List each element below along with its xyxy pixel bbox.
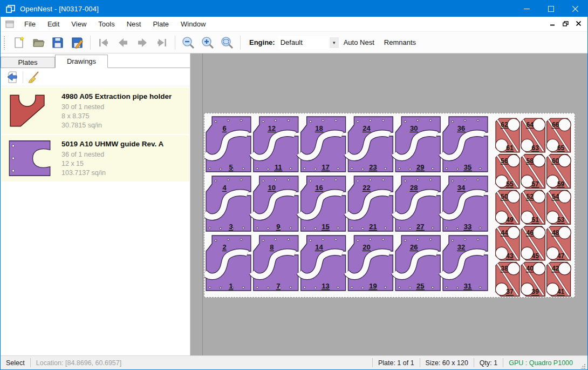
part-number: 37 xyxy=(506,288,514,295)
return-part-button[interactable] xyxy=(5,70,20,85)
part-number: 61 xyxy=(506,144,514,152)
part-number: 26 xyxy=(410,243,418,251)
purple-part-pair[interactable]: 3635 xyxy=(441,117,488,172)
minimize-button[interactable] xyxy=(515,1,539,17)
nav-last-button[interactable] xyxy=(154,35,170,51)
auto-nest-button[interactable]: Auto Nest xyxy=(339,36,379,49)
maximize-button[interactable] xyxy=(539,1,563,17)
close-button[interactable] xyxy=(563,1,587,17)
next-plate-icon xyxy=(136,36,149,49)
menu-item-tools[interactable]: Tools xyxy=(92,18,120,30)
chevron-down-icon[interactable]: ▾ xyxy=(330,37,339,48)
purple-part-pair[interactable]: 87 xyxy=(252,236,298,291)
remnants-button[interactable]: Remnants xyxy=(379,36,421,49)
purple-part-pair[interactable]: 1211 xyxy=(252,117,298,172)
red-part-pair[interactable]: 5857 xyxy=(521,154,545,189)
purple-part-pair[interactable]: 2423 xyxy=(346,117,393,172)
tab-drawings[interactable]: Drawings xyxy=(55,55,108,68)
purple-part-pair[interactable]: 2019 xyxy=(346,236,393,291)
part-number: 34 xyxy=(457,184,466,192)
zoom-out-button[interactable] xyxy=(180,35,196,51)
drawing-area: 30.7815 sq/in xyxy=(61,121,185,130)
new-file-button[interactable] xyxy=(11,35,27,51)
part-number: 53 xyxy=(557,216,565,224)
red-part-pair[interactable]: 5251 xyxy=(521,190,545,224)
nav-prev-button[interactable] xyxy=(115,35,131,51)
red-part-pair[interactable]: 4645 xyxy=(521,226,545,260)
save-as-icon xyxy=(71,36,84,49)
red-part-pair[interactable]: 5453 xyxy=(546,190,571,224)
part-number: 58 xyxy=(527,157,534,165)
prev-plate-icon xyxy=(117,36,129,49)
zoom-fit-button[interactable] xyxy=(219,35,235,51)
part-number: 13 xyxy=(322,282,329,290)
new-file-icon xyxy=(12,36,25,49)
part-number: 47 xyxy=(557,252,565,260)
status-qty: Qty: 1 xyxy=(474,359,503,367)
purple-part-pair[interactable]: 1413 xyxy=(299,236,346,291)
red-part-pair[interactable]: 6463 xyxy=(521,118,545,152)
red-part-pair[interactable]: 5049 xyxy=(496,190,520,224)
purple-part-pair[interactable]: 3433 xyxy=(441,176,488,231)
part-number: 30 xyxy=(410,124,418,132)
red-part-pair[interactable]: 5655 xyxy=(496,154,520,189)
red-part-pair[interactable]: 4241 xyxy=(546,262,571,296)
tab-plates[interactable]: Plates xyxy=(1,57,55,68)
purple-part-pair[interactable]: 21 xyxy=(204,236,251,291)
part-number: 29 xyxy=(416,163,424,171)
red-part-pair[interactable]: 4443 xyxy=(496,226,520,260)
purple-part-pair[interactable]: 65 xyxy=(204,117,251,172)
nav-next-button[interactable] xyxy=(134,35,151,51)
mdi-restore-button[interactable] xyxy=(563,21,569,28)
menu-item-file[interactable]: File xyxy=(18,18,42,30)
menu-item-plate[interactable]: Plate xyxy=(147,18,175,30)
purple-part-pair[interactable]: 2221 xyxy=(346,176,393,231)
open-button[interactable] xyxy=(30,35,46,51)
toolbar-grip[interactable] xyxy=(3,36,6,50)
part-number: 63 xyxy=(532,144,539,152)
menu-item-nest[interactable]: Nest xyxy=(121,18,147,30)
panel-toolbar xyxy=(1,68,190,86)
red-part-pair[interactable]: 6665 xyxy=(546,118,571,152)
purple-part-pair[interactable]: 2827 xyxy=(394,176,440,231)
menu-item-edit[interactable]: Edit xyxy=(42,18,65,30)
save-button[interactable] xyxy=(50,35,66,51)
menu-item-window[interactable]: Window xyxy=(175,18,211,30)
purple-part-pair[interactable]: 3231 xyxy=(441,236,488,291)
part-number: 12 xyxy=(268,124,276,132)
status-plate: Plate: 1 of 1 xyxy=(373,359,420,367)
last-plate-icon xyxy=(155,36,168,49)
drawing-item[interactable]: 5019 A10 UHMW guide Rev. A 36 of 1 neste… xyxy=(1,135,189,181)
purple-part-pair[interactable]: 43 xyxy=(204,176,251,231)
zoom-in-button[interactable] xyxy=(200,35,216,51)
purple-part-pair[interactable]: 2625 xyxy=(394,236,440,291)
purple-part-pair[interactable]: 1817 xyxy=(299,117,346,172)
purple-part-pair[interactable]: 1615 xyxy=(299,176,346,231)
status-location: Location: [84.8696, 60.6957] xyxy=(31,359,127,367)
engine-select[interactable]: Default ▾ xyxy=(278,36,339,49)
nest-canvas[interactable]: 6512111817242330293635431091615222128273… xyxy=(190,53,587,355)
nav-first-button[interactable] xyxy=(95,35,112,51)
plate[interactable]: 6512111817242330293635431091615222128273… xyxy=(204,113,575,298)
part-number: 32 xyxy=(457,243,465,251)
part-number: 6 xyxy=(222,124,226,132)
statusbar: Select Location: [84.8696, 60.6957] Plat… xyxy=(1,355,587,369)
clear-button[interactable] xyxy=(26,70,41,85)
mdi-minimize-button[interactable] xyxy=(550,21,555,27)
part-number: 38 xyxy=(501,265,508,272)
mdi-close-button[interactable] xyxy=(576,21,581,27)
red-part-pair[interactable]: 6059 xyxy=(546,154,571,189)
red-part-pair[interactable]: 4039 xyxy=(521,262,545,296)
purple-part-pair[interactable]: 3029 xyxy=(394,117,440,172)
drawing-item[interactable]: 4980 A05 Extraction pipe holder 30 of 1 … xyxy=(1,88,189,134)
mdi-document-icon[interactable] xyxy=(5,21,14,28)
purple-part-pair[interactable]: 109 xyxy=(252,176,298,231)
red-part-pair[interactable]: 3837 xyxy=(496,262,520,296)
panel-toolbar-separator xyxy=(23,71,23,83)
save-as-button[interactable] xyxy=(69,35,85,51)
menu-item-view[interactable]: View xyxy=(65,18,92,30)
resize-grip[interactable] xyxy=(578,355,587,370)
red-part-pair[interactable]: 6261 xyxy=(496,118,520,152)
red-part-pair[interactable]: 4847 xyxy=(546,226,571,260)
toolbar-separator xyxy=(240,36,241,50)
